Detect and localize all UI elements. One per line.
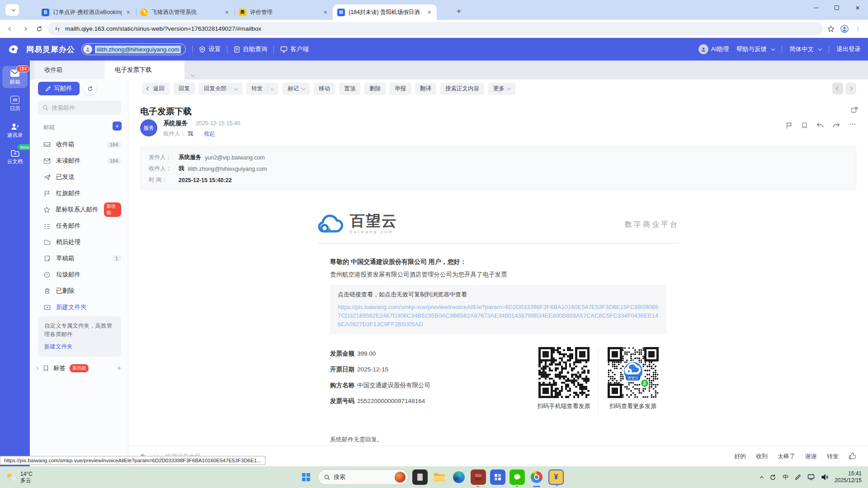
- sidebar-folder-sent[interactable]: 已发送: [33, 169, 126, 185]
- sidebar-folder-inbox[interactable]: 收件箱 184: [33, 136, 126, 153]
- close-window-button[interactable]: ✕: [847, 0, 868, 15]
- taskbar-app-edge[interactable]: [451, 469, 467, 485]
- taskbar-app-chrome-active[interactable]: [529, 469, 544, 485]
- reply-button[interactable]: 回复: [174, 83, 195, 95]
- language-menu[interactable]: 简体中文: [789, 45, 821, 53]
- tab-search-button[interactable]: [5, 4, 19, 16]
- sender-name[interactable]: 系统服务: [163, 120, 188, 127]
- sync-icon[interactable]: [769, 474, 776, 481]
- browser-tab-mail-active[interactable]: M (184封未读) 贵阳机场假日酒 ×: [333, 5, 437, 20]
- taskbar-app-explorer[interactable]: [432, 469, 447, 485]
- search-mail-input[interactable]: 搜索邮件: [38, 101, 121, 115]
- url-bar[interactable]: mailh.qiye.163.com/static/sirius-web/?ve…: [48, 22, 823, 35]
- taskbar-weather-widget[interactable]: 14°C 多云: [0, 471, 108, 483]
- browser-tab-ebooking[interactable]: B 订单点评·携程酒店eBooking ×: [37, 5, 136, 20]
- taskbar-search[interactable]: 搜索: [318, 469, 408, 485]
- taskbar-clock[interactable]: 15:41 2025/12/15: [835, 470, 862, 484]
- self-service-button[interactable]: 自助查询: [234, 45, 267, 53]
- taskbar-app-grid[interactable]: [490, 469, 505, 485]
- mail-tab-menu-chevron[interactable]: [187, 69, 196, 80]
- forward-button[interactable]: 转发: [246, 83, 278, 95]
- sidebar-folder-later[interactable]: 稍后处理: [33, 234, 126, 250]
- report-button[interactable]: 举报: [390, 83, 411, 95]
- close-tab-icon[interactable]: ×: [224, 9, 230, 15]
- sidebar-folder-drafts[interactable]: 草稿箱 1: [33, 250, 126, 267]
- quick-forward-button[interactable]: 转发: [827, 452, 839, 460]
- sidebar-new-folder[interactable]: 新建文件夹: [33, 299, 126, 315]
- bookmark-star-icon[interactable]: [826, 25, 836, 33]
- rail-item-mail[interactable]: 184 邮箱: [2, 66, 28, 88]
- search-highlight-icon[interactable]: [395, 472, 406, 483]
- forward-button[interactable]: [19, 23, 31, 35]
- close-tab-icon[interactable]: ×: [126, 9, 131, 15]
- promo-new-folder-link[interactable]: 新建文件夹: [44, 343, 73, 351]
- delete-button[interactable]: 删除: [364, 83, 386, 95]
- speaker-icon[interactable]: [821, 474, 828, 480]
- more-button[interactable]: 更多: [488, 83, 515, 95]
- sidebar-folder-flagged[interactable]: 红旗邮件: [33, 185, 126, 202]
- taskbar-app-wechat[interactable]: [509, 469, 525, 485]
- sidebar-folder-unread[interactable]: 未读邮件 184: [33, 153, 126, 169]
- more-actions-icon[interactable]: ⋯: [849, 122, 856, 129]
- rail-item-clouddocs[interactable]: Beta 云文档: [2, 146, 28, 168]
- taskbar-app-media[interactable]: [412, 469, 428, 485]
- mark-button[interactable]: 标记: [283, 83, 310, 95]
- browser-menu-icon[interactable]: ⋮: [853, 25, 863, 32]
- sidebar-folder-junk[interactable]: 垃圾邮件: [33, 267, 126, 283]
- pin-top-button[interactable]: 置顶: [339, 83, 360, 95]
- profile-avatar-icon[interactable]: [839, 25, 850, 33]
- network-device-icon[interactable]: [807, 474, 815, 480]
- invoice-link[interactable]: https://pis.baiwang.com/smkp-vue/preview…: [338, 303, 659, 328]
- thumbs-up-icon[interactable]: [849, 452, 856, 460]
- to-value[interactable]: 我: [188, 131, 193, 137]
- account-switcher[interactable]: lilith.zhong@hihiexguiyang.com: [81, 43, 186, 55]
- reply-all-button[interactable]: 回复全部: [199, 83, 242, 95]
- browser-tab-review[interactable]: 美 评价管理 ×: [234, 5, 333, 20]
- close-tab-icon[interactable]: ×: [427, 9, 432, 15]
- mail-tab-invoice-active[interactable]: 电子发票下载: [105, 61, 184, 80]
- quick-reply-thanks[interactable]: 谢谢: [805, 452, 817, 460]
- flag-icon[interactable]: [786, 122, 793, 129]
- compose-button[interactable]: 写邮件: [38, 82, 80, 95]
- browser-tab-fliggy[interactable]: 飞 飞猪酒店管理系统 ×: [136, 5, 234, 20]
- quick-reply-received[interactable]: 收到: [756, 452, 768, 460]
- back-to-list-button[interactable]: 返回: [142, 83, 170, 95]
- maximize-button[interactable]: [826, 0, 847, 15]
- client-button[interactable]: 客户端: [280, 45, 309, 53]
- pen-input-icon[interactable]: [795, 474, 801, 480]
- next-message-button[interactable]: [845, 83, 856, 94]
- help-feedback-menu[interactable]: 帮助与反馈: [736, 45, 775, 53]
- reply-icon[interactable]: [816, 122, 824, 128]
- sidebar-folder-tasks[interactable]: 任务邮件: [33, 218, 126, 234]
- ime-language-indicator[interactable]: 中: [783, 473, 788, 481]
- add-mailbox-button[interactable]: +: [113, 122, 122, 131]
- taskbar-app-maroon[interactable]: [471, 469, 486, 485]
- rail-item-contacts[interactable]: 通讯录: [2, 119, 28, 141]
- start-button[interactable]: [298, 469, 314, 485]
- hidden-icons-chevron[interactable]: [760, 476, 764, 479]
- prev-message-button[interactable]: [832, 83, 843, 94]
- quick-reply-great[interactable]: 太棒了: [778, 452, 795, 460]
- settings-button[interactable]: 设置: [199, 45, 221, 53]
- forward-share-icon[interactable]: [833, 122, 840, 128]
- search-body-button[interactable]: 搜索正文内容: [440, 83, 484, 95]
- ai-assistant-button[interactable]: AI助理: [698, 44, 729, 54]
- logout-button[interactable]: 退出登录: [836, 45, 861, 53]
- open-in-window-icon[interactable]: [851, 107, 858, 114]
- sidebar-folder-starred[interactable]: 星标联系人邮件 新功能: [33, 202, 126, 218]
- bookmark-icon[interactable]: [802, 122, 807, 129]
- new-tab-button[interactable]: +: [453, 5, 465, 17]
- quick-reply-ok[interactable]: 好的: [734, 452, 746, 460]
- minimize-button[interactable]: [806, 0, 826, 15]
- refresh-mail-button[interactable]: [84, 83, 96, 95]
- sidebar-folder-trash[interactable]: 已删除: [33, 283, 126, 299]
- collapse-link[interactable]: 收起: [204, 131, 215, 137]
- tags-row[interactable]: 标签 新功能 +: [33, 361, 126, 376]
- refresh-button[interactable]: [33, 23, 45, 35]
- close-tab-icon[interactable]: ×: [323, 9, 328, 15]
- move-button[interactable]: 移动: [314, 83, 335, 95]
- rail-item-calendar[interactable]: 15 日历: [2, 93, 28, 115]
- site-permissions-icon[interactable]: [54, 26, 61, 32]
- add-tag-button[interactable]: +: [117, 364, 121, 372]
- expand-chevron-icon[interactable]: [35, 366, 38, 370]
